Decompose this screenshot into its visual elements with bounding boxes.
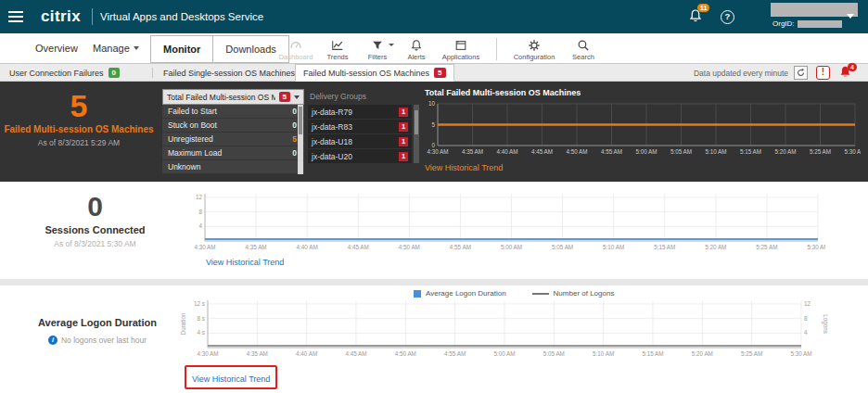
- chevron-down-icon: [134, 46, 139, 50]
- refresh-icon: [796, 68, 806, 78]
- toolbar-dashboard[interactable]: Dashboard: [274, 37, 318, 61]
- filter-divider: [152, 68, 153, 78]
- svg-text:5: 5: [431, 121, 435, 128]
- view-historical-trend-link-sessions[interactable]: View Historical Trend: [206, 258, 284, 267]
- svg-text:5:25 AM: 5:25 AM: [756, 244, 777, 250]
- dashboard-icon: [289, 39, 302, 52]
- toolbar-dashboard-label: Dashboard: [279, 53, 313, 61]
- toolbar-filters-label: Filters: [368, 53, 387, 61]
- delivery-group-row[interactable]: jx-data-U18 1: [308, 134, 412, 148]
- failure-category-row[interactable]: Unregistered 5: [162, 133, 304, 146]
- tab-manage[interactable]: Manage: [93, 33, 139, 63]
- failure-category-row[interactable]: Unknown: [162, 160, 304, 174]
- svg-text:4:55 AM: 4:55 AM: [444, 350, 466, 357]
- chevron-down-icon: [294, 95, 300, 99]
- failure-list-scrollbar[interactable]: [298, 105, 303, 174]
- delivery-group-row[interactable]: jx-data-R79 1: [308, 105, 412, 119]
- toolbar-applications[interactable]: Applications: [435, 37, 487, 61]
- org-id-row: OrgID:: [772, 19, 842, 28]
- logo-divider: [92, 8, 93, 25]
- redacted-account-name: [771, 3, 858, 17]
- monitor-toolbar: Dashboard Trends Filters Alerts Applicat…: [274, 33, 605, 64]
- logon-summary: Average Logon Duration i No logons over …: [0, 285, 195, 345]
- delivery-group-name: jx-data-R83: [312, 122, 399, 132]
- failure-category-label: Maximum Load: [168, 148, 292, 158]
- delivery-group-row[interactable]: jx-data-R83 1: [308, 120, 412, 133]
- data-updated-text: Data updated every minute: [694, 69, 788, 78]
- configuration-gear-icon: [528, 39, 541, 52]
- svg-text:4: 4: [804, 329, 808, 336]
- tab-monitor[interactable]: Monitor: [151, 36, 212, 62]
- toolbar-search-label: Search: [572, 53, 594, 61]
- svg-text:12 s: 12 s: [194, 300, 205, 307]
- svg-text:0: 0: [431, 142, 435, 148]
- failed-machines-chart: 4:30 AM4:35 AM4:40 AM4:45 AM4:50 AM4:55 …: [423, 100, 861, 158]
- sessions-summary: 0 Sessions Connected As of 8/3/2021 5:30…: [0, 182, 190, 248]
- svg-text:5:05 AM: 5:05 AM: [552, 244, 573, 250]
- toolbar-configuration[interactable]: Configuration: [506, 37, 562, 61]
- logon-title: Average Logon Duration: [0, 317, 195, 328]
- failure-category-count: 5: [292, 134, 297, 144]
- count-badge: 5: [434, 68, 445, 78]
- svg-text:Logons: Logons: [822, 314, 829, 334]
- svg-text:8: 8: [804, 315, 808, 322]
- view-historical-trend-link-logon[interactable]: View Historical Trend: [192, 374, 270, 384]
- svg-text:12: 12: [196, 194, 203, 200]
- refresh-button[interactable]: [794, 66, 808, 80]
- delivery-groups-header: Delivery Groups: [310, 92, 366, 101]
- svg-text:12: 12: [804, 300, 811, 307]
- logon-info-text: No logons over last hour: [61, 336, 147, 345]
- svg-text:5:25 AM: 5:25 AM: [810, 148, 831, 155]
- svg-text:5:05 AM: 5:05 AM: [670, 148, 692, 155]
- chevron-down-icon: [389, 44, 394, 46]
- toolbar-trends[interactable]: Trends: [318, 37, 357, 61]
- delivery-group-name: jx-data-U18: [312, 137, 399, 146]
- account-chevron-down-icon[interactable]: [847, 14, 854, 19]
- svg-text:5:25 AM: 5:25 AM: [741, 350, 762, 357]
- tab-manage-label: Manage: [93, 33, 130, 63]
- scrollbar-thumb[interactable]: [415, 110, 418, 134]
- delivery-group-row[interactable]: jx-data-U20 1: [308, 149, 412, 163]
- filter-label: User Connection Failures: [9, 69, 104, 78]
- delivery-group-count-badge: 1: [399, 137, 408, 146]
- toolbar-search[interactable]: Search: [562, 37, 605, 61]
- failed-machines-summary: 5 Failed Multi-session OS Machines As of…: [0, 82, 158, 147]
- failure-category-row[interactable]: Maximum Load 0: [162, 146, 304, 160]
- logon-info: i No logons over last hour: [0, 336, 195, 345]
- failure-category-count: 0: [292, 120, 297, 130]
- filter-failed-multi-session[interactable]: Failed Multi-session OS Machines 5: [295, 64, 454, 82]
- svg-text:4:40 AM: 4:40 AM: [496, 148, 517, 155]
- failure-category-label: Unregistered: [168, 134, 292, 144]
- svg-text:5:15 AM: 5:15 AM: [642, 350, 663, 357]
- help-button[interactable]: ?: [721, 10, 734, 24]
- failure-category-dropdown[interactable]: Total Failed Multi-session OS Ma... 5: [162, 89, 304, 105]
- view-historical-trend-link-failed[interactable]: View Historical Trend: [425, 163, 503, 172]
- service-title: Virtual Apps and Desktops Service: [100, 11, 263, 22]
- svg-text:10: 10: [428, 100, 436, 107]
- scrollbar-thumb[interactable]: [299, 107, 302, 134]
- alarm-alerts-button[interactable]: 4: [838, 65, 857, 81]
- toolbar-configuration-label: Configuration: [514, 53, 555, 61]
- svg-text:5:30 AM: 5:30 AM: [790, 350, 811, 357]
- filter-user-connection-failures[interactable]: User Connection Failures 0: [2, 64, 127, 82]
- primary-nav: Overview Manage Monitor Downloads Dashbo…: [0, 33, 868, 64]
- hamburger-menu-button[interactable]: [0, 0, 32, 33]
- notifications-button[interactable]: 11: [688, 8, 708, 29]
- failure-category-row[interactable]: Failed to Start 0: [162, 105, 304, 119]
- svg-text:5:10 AM: 5:10 AM: [593, 350, 614, 357]
- as-of-timestamp: As of 8/3/2021 5:30 AM: [0, 239, 190, 248]
- delivery-group-count-badge: 1: [399, 122, 408, 132]
- tab-overview[interactable]: Overview: [35, 33, 78, 63]
- filters-icon: [371, 39, 384, 52]
- svg-text:4:55 AM: 4:55 AM: [450, 244, 471, 250]
- svg-text:Duration: Duration: [180, 312, 186, 335]
- failure-category-row[interactable]: Stuck on Boot 0: [162, 119, 304, 133]
- toolbar-filters[interactable]: Filters: [357, 37, 398, 61]
- sessions-title: Sessions Connected: [0, 224, 190, 235]
- failed-machines-count: 5: [0, 88, 158, 123]
- toolbar-alerts[interactable]: Alerts: [398, 37, 435, 61]
- failure-category-label: Failed to Start: [168, 107, 292, 116]
- svg-text:4:35 AM: 4:35 AM: [462, 148, 483, 155]
- delivery-groups-scrollbar[interactable]: [414, 105, 419, 163]
- warning-alert-button[interactable]: !: [816, 66, 830, 80]
